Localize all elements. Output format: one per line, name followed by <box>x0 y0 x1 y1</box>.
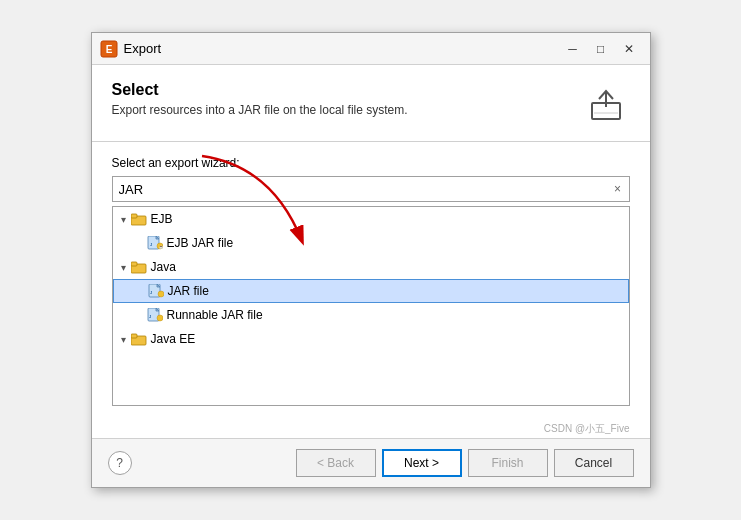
header-section: Select Export resources into a JAR file … <box>92 65 650 142</box>
tree-item-java-ee-label: Java EE <box>151 332 196 346</box>
folder-icon-java <box>131 260 147 274</box>
tree-item-ejb-label: EJB <box>151 212 173 226</box>
svg-text:E: E <box>105 44 112 55</box>
wizard-label: Select an export wizard: <box>112 156 630 170</box>
tree-wrapper: ▾ EJB ▾ <box>112 206 630 406</box>
window-controls: ─ □ ✕ <box>560 38 642 60</box>
export-dialog: E Export ─ □ ✕ Select Export resources i… <box>91 32 651 488</box>
tree-item-java-label: Java <box>151 260 176 274</box>
search-clear-button[interactable]: × <box>607 178 629 200</box>
svg-text:☕: ☕ <box>158 244 163 249</box>
file-icon-runnable-jar: J <box>147 308 163 322</box>
tree-container[interactable]: ▾ EJB ▾ <box>112 206 630 406</box>
maximize-button[interactable]: □ <box>588 38 614 60</box>
svg-rect-12 <box>131 262 137 266</box>
file-icon-ejb-jar: J ☕ <box>147 236 163 250</box>
content-section: Select an export wizard: × ▾ EJB <box>92 142 650 420</box>
svg-point-18 <box>157 315 163 321</box>
tree-item-ejb-jar[interactable]: ▾ J ☕ EJB JAR file <box>113 231 629 255</box>
finish-button[interactable]: Finish <box>468 449 548 477</box>
header-subtitle: Export resources into a JAR file on the … <box>112 103 582 117</box>
tree-item-jar-file-label: JAR file <box>168 284 209 298</box>
expand-icon-java: ▾ <box>117 260 131 274</box>
next-button[interactable]: Next > <box>382 449 462 477</box>
header-title: Select <box>112 81 582 99</box>
svg-text:J: J <box>149 314 151 319</box>
app-icon: E <box>100 40 118 58</box>
tree-item-runnable-jar[interactable]: ▾ J Runnable JAR file <box>113 303 629 327</box>
svg-text:J: J <box>150 290 152 295</box>
back-button[interactable]: < Back <box>296 449 376 477</box>
tree-item-java-ee[interactable]: ▾ Java EE <box>113 327 629 351</box>
minimize-button[interactable]: ─ <box>560 38 586 60</box>
title-bar: E Export ─ □ ✕ <box>92 33 650 65</box>
expand-icon-ejb: ▾ <box>117 212 131 226</box>
header-text: Select Export resources into a JAR file … <box>112 81 582 117</box>
cancel-button[interactable]: Cancel <box>554 449 634 477</box>
svg-text:J: J <box>150 242 152 247</box>
search-input[interactable] <box>113 177 607 201</box>
watermark: CSDN @小五_Five <box>92 420 650 438</box>
svg-rect-6 <box>131 214 137 218</box>
tree-item-ejb[interactable]: ▾ EJB <box>113 207 629 231</box>
tree-item-ejb-jar-label: EJB JAR file <box>167 236 234 250</box>
close-button[interactable]: ✕ <box>616 38 642 60</box>
folder-icon-java-ee <box>131 332 147 346</box>
window-title: Export <box>124 41 554 56</box>
svg-rect-20 <box>131 334 137 338</box>
search-row: × <box>112 176 630 202</box>
tree-item-runnable-jar-label: Runnable JAR file <box>167 308 263 322</box>
tree-item-jar-file[interactable]: ▾ J JAR file <box>113 279 629 303</box>
help-button[interactable]: ? <box>108 451 132 475</box>
header-export-icon <box>582 81 630 129</box>
footer-section: ? < Back Next > Finish Cancel <box>92 438 650 487</box>
file-icon-jar: J <box>148 284 164 298</box>
folder-icon-ejb <box>131 212 147 226</box>
tree-item-java[interactable]: ▾ Java <box>113 255 629 279</box>
expand-icon-java-ee: ▾ <box>117 332 131 346</box>
svg-point-15 <box>158 291 164 297</box>
